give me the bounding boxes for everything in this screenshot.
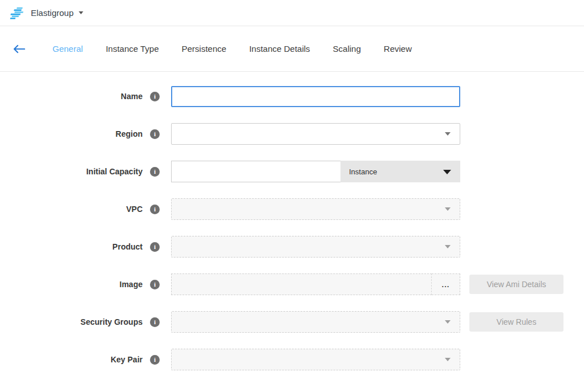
form-row-initial-capacity: Initial Capacity i Instance [0, 161, 584, 182]
dropdown-caret-icon [445, 132, 451, 136]
image-label: Image [0, 280, 143, 289]
info-icon[interactable]: i [150, 242, 160, 252]
key-pair-label: Key Pair [0, 355, 143, 364]
dropdown-caret-icon [445, 320, 451, 324]
form-row-region: Region i [0, 123, 584, 145]
chevron-down-icon[interactable] [79, 11, 83, 14]
info-icon[interactable]: i [150, 129, 160, 139]
security-groups-select [171, 311, 460, 333]
tab-instance-details[interactable]: Instance Details [238, 26, 322, 72]
view-ami-details-button[interactable]: View Ami Details [469, 275, 563, 294]
initial-capacity-label: Initial Capacity [0, 167, 143, 176]
form-row-name: Name i [0, 85, 584, 107]
tab-scaling[interactable]: Scaling [322, 26, 372, 72]
dropdown-caret-icon [445, 358, 451, 361]
dropdown-caret-icon [445, 207, 451, 211]
wizard-tabs: General Instance Type Persistence Instan… [41, 26, 423, 72]
form-row-image: Image i ... View Ami Details [0, 273, 584, 295]
app-title: Elastigroup [31, 8, 74, 18]
form-row-key-pair: Key Pair i [0, 349, 584, 370]
general-form: Name i Region i Initial Capacity i Insta… [0, 72, 584, 370]
capacity-unit-select[interactable]: Instance [340, 161, 460, 182]
tab-review[interactable]: Review [372, 26, 423, 72]
region-label: Region [0, 129, 143, 138]
info-icon[interactable]: i [150, 355, 160, 365]
form-row-product: Product i [0, 236, 584, 258]
name-input[interactable] [171, 86, 460, 107]
form-row-vpc: VPC i [0, 198, 584, 220]
key-pair-select [171, 349, 460, 370]
product-label: Product [0, 242, 143, 251]
name-label: Name [0, 92, 143, 101]
region-select[interactable] [171, 123, 460, 145]
initial-capacity-input[interactable] [171, 161, 340, 182]
vpc-label: VPC [0, 205, 143, 214]
tab-persistence[interactable]: Persistence [171, 26, 238, 72]
product-select [171, 236, 460, 258]
tab-instance-type[interactable]: Instance Type [94, 26, 170, 72]
tab-general[interactable]: General [41, 26, 94, 72]
security-groups-label: Security Groups [0, 317, 143, 326]
view-rules-button[interactable]: View Rules [469, 312, 563, 332]
info-icon[interactable]: i [150, 317, 160, 327]
back-arrow-icon[interactable] [11, 42, 26, 56]
dropdown-caret-icon [445, 245, 451, 248]
dropdown-caret-icon [443, 170, 451, 174]
elastigroup-logo-icon [9, 7, 25, 19]
form-row-security-groups: Security Groups i View Rules [0, 311, 584, 333]
image-picker: ... [171, 273, 460, 295]
vpc-select [171, 198, 460, 220]
image-picker-field [171, 273, 432, 295]
info-icon[interactable]: i [150, 167, 160, 177]
wizard-tab-bar: General Instance Type Persistence Instan… [0, 26, 584, 72]
capacity-unit-value: Instance [349, 168, 377, 176]
image-browse-button[interactable]: ... [432, 273, 460, 295]
info-icon[interactable]: i [150, 280, 160, 289]
info-icon[interactable]: i [150, 92, 160, 101]
info-icon[interactable]: i [150, 205, 160, 214]
app-header: Elastigroup [0, 0, 584, 26]
